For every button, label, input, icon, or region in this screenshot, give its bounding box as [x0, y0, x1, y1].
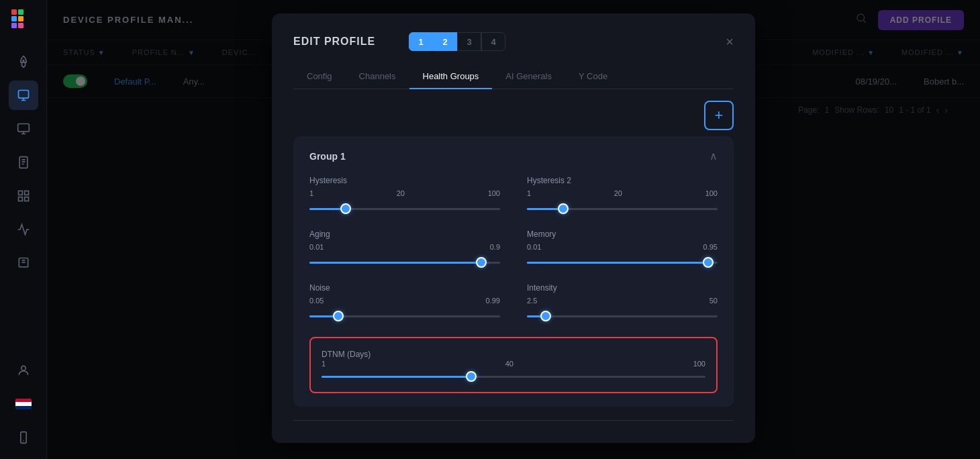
slider-track [309, 208, 500, 210]
svg-rect-6 [18, 23, 23, 28]
slider-intensity-value: 50 [709, 297, 718, 305]
slider-thumb[interactable] [540, 311, 551, 321]
tab-y-code[interactable]: Y Code [565, 64, 621, 89]
slider-hysteresis2-track[interactable] [527, 203, 718, 215]
slider-noise: Noise 0.05 0.99 [309, 283, 500, 322]
slider-aging: Aging 0.01 0.9 [309, 230, 500, 268]
sidebar-item-monitor[interactable] [9, 114, 38, 144]
slider-hysteresis-value: 20 [397, 189, 405, 197]
svg-point-15 [21, 366, 26, 370]
edit-profile-modal: EDIT PROFILE 1 2 3 4 × Config Channels H… [272, 13, 755, 443]
step-1[interactable]: 1 [409, 32, 433, 51]
sidebar-item-device[interactable] [9, 81, 38, 110]
sidebar-item-user[interactable] [9, 356, 38, 385]
step-4[interactable]: 4 [481, 32, 505, 51]
slider-noise-min: 0.05 [309, 297, 324, 305]
svg-rect-12 [24, 191, 28, 195]
slider-memory-min: 0.01 [527, 243, 541, 251]
slider-aging-label: Aging [309, 230, 500, 239]
sidebar-item-rocket[interactable] [9, 47, 38, 76]
svg-point-17 [23, 440, 24, 442]
modal-close-button[interactable]: × [726, 34, 734, 50]
slider-thumb[interactable] [558, 203, 569, 214]
slider-hysteresis-track[interactable] [309, 203, 500, 215]
slider-aging-range: 0.01 0.9 [309, 243, 500, 251]
step-3[interactable]: 3 [457, 32, 481, 51]
collapse-group-button[interactable]: ∧ [709, 150, 718, 162]
slider-intensity-min: 2.5 [527, 297, 537, 305]
tab-channels[interactable]: Channels [346, 64, 409, 89]
dtnm-range: 1 40 100 [322, 360, 705, 368]
slider-memory-value: 0.95 [703, 243, 718, 251]
slider-thumb[interactable] [333, 311, 344, 321]
svg-rect-4 [18, 16, 23, 21]
dtnm-track[interactable] [322, 370, 705, 382]
modal-overlay: EDIT PROFILE 1 2 3 4 × Config Channels H… [47, 0, 980, 459]
slider-memory: Memory 0.01 0.95 [527, 230, 718, 268]
sidebar-item-phone[interactable] [9, 423, 38, 452]
slider-track [309, 315, 500, 317]
slider-track [527, 208, 718, 210]
slider-thumb[interactable] [466, 371, 477, 382]
slider-hysteresis2-range: 1 20 100 [527, 189, 718, 197]
slider-intensity-label: Intensity [527, 283, 718, 293]
slider-aging-value: 0.9 [490, 243, 500, 251]
dtnm-value: 40 [505, 360, 513, 368]
svg-rect-9 [17, 124, 29, 132]
slider-hysteresis2-min: 1 [527, 189, 531, 197]
slider-intensity-range: 2.5 50 [527, 297, 718, 305]
dtnm-min: 1 [322, 360, 326, 368]
dtnm-section: DTNM (Days) 1 40 100 [309, 337, 718, 393]
step-indicators: 1 2 3 4 [409, 32, 505, 51]
modal-header: EDIT PROFILE 1 2 3 4 × [293, 32, 734, 51]
sidebar-item-chart[interactable] [9, 215, 38, 244]
step-2[interactable]: 2 [433, 32, 457, 51]
slider-fill [527, 262, 708, 264]
slider-aging-min: 0.01 [309, 243, 324, 251]
slider-hysteresis-max: 100 [488, 189, 500, 197]
slider-hysteresis2-value: 20 [614, 189, 622, 197]
slider-hysteresis2-label: Hysteresis 2 [527, 176, 718, 185]
slider-hysteresis-range: 1 20 100 [309, 189, 500, 197]
slider-fill [309, 262, 481, 264]
sidebar-item-grid[interactable] [9, 181, 38, 211]
slider-intensity: Intensity 2.5 50 [527, 283, 718, 322]
slider-thumb[interactable] [340, 203, 351, 214]
svg-rect-13 [18, 197, 22, 201]
app-logo [9, 7, 38, 36]
slider-track [527, 315, 718, 317]
sidebar-bottom [9, 356, 38, 452]
slider-track [309, 262, 500, 264]
sidebar-item-flag[interactable] [9, 389, 38, 419]
slider-noise-range: 0.05 0.99 [309, 297, 500, 305]
slider-aging-track[interactable] [309, 256, 500, 268]
svg-rect-14 [24, 197, 28, 201]
slider-hysteresis2-max: 100 [705, 189, 718, 197]
tab-health-groups[interactable]: Health Groups [409, 64, 493, 89]
slider-noise-track[interactable] [309, 310, 500, 322]
flag-icon [15, 399, 32, 409]
dtnm-label: DTNM (Days) [322, 350, 371, 359]
tab-ai-generals[interactable]: AI Generals [492, 64, 565, 89]
add-group-button[interactable]: + [704, 101, 734, 130]
slider-memory-track[interactable] [527, 256, 718, 268]
slider-memory-range: 0.01 0.95 [527, 243, 718, 251]
slider-track [527, 262, 718, 264]
group-header: Group 1 ∧ [309, 150, 718, 162]
slider-hysteresis-min: 1 [309, 189, 313, 197]
slider-hysteresis-label: Hysteresis [309, 176, 500, 185]
svg-rect-5 [11, 23, 17, 28]
sliders-grid: Hysteresis 1 20 100 Hyster [309, 176, 718, 322]
sidebar-item-document[interactable] [9, 148, 38, 177]
slider-thumb[interactable] [703, 257, 714, 268]
slider-thumb[interactable] [476, 257, 487, 268]
sidebar [0, 0, 47, 459]
svg-rect-8 [18, 91, 28, 99]
slider-hysteresis: Hysteresis 1 20 100 [309, 176, 500, 215]
sidebar-item-library[interactable] [9, 248, 38, 278]
group-1-section: Group 1 ∧ Hysteresis 1 20 100 [293, 136, 734, 407]
slider-noise-value: 0.99 [486, 297, 500, 305]
tab-config[interactable]: Config [293, 64, 346, 89]
svg-point-7 [22, 60, 24, 62]
slider-intensity-track[interactable] [527, 310, 718, 322]
